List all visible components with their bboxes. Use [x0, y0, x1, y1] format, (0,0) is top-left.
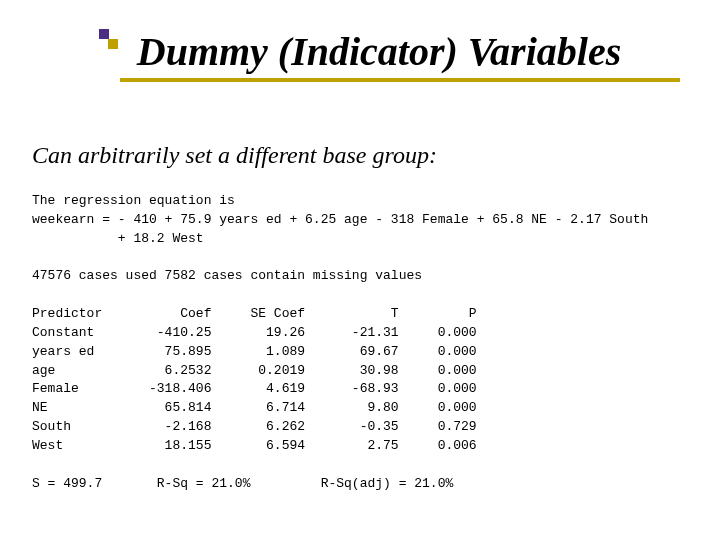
footer-line: S = 499.7 R-Sq = 21.0% R-Sq(adj) = 21.0%	[32, 476, 453, 491]
title-underline	[120, 78, 680, 82]
reg-eq-line2: + 18.2 West	[32, 231, 204, 246]
reg-eq-line1: weekearn = - 410 + 75.9 years ed + 6.25 …	[32, 212, 648, 227]
bullet-purple-icon	[99, 29, 109, 39]
table-header: Predictor Coef SE Coef T P	[32, 306, 477, 321]
bullet-gold-icon	[108, 39, 118, 49]
subtitle-text: Can arbitrarily set a different base gro…	[32, 142, 437, 169]
slide-title: Dummy (Indicator) Variables	[127, 28, 621, 75]
cases-line: 47576 cases used 7582 cases contain miss…	[32, 268, 422, 283]
table-body: Constant -410.25 19.26 -21.31 0.000 year…	[32, 325, 477, 453]
regression-output: The regression equation is weekearn = - …	[32, 192, 648, 494]
slide: Dummy (Indicator) Variables Can arbitrar…	[0, 0, 720, 540]
reg-intro: The regression equation is	[32, 193, 235, 208]
title-wrap: Dummy (Indicator) Variables	[0, 28, 720, 75]
